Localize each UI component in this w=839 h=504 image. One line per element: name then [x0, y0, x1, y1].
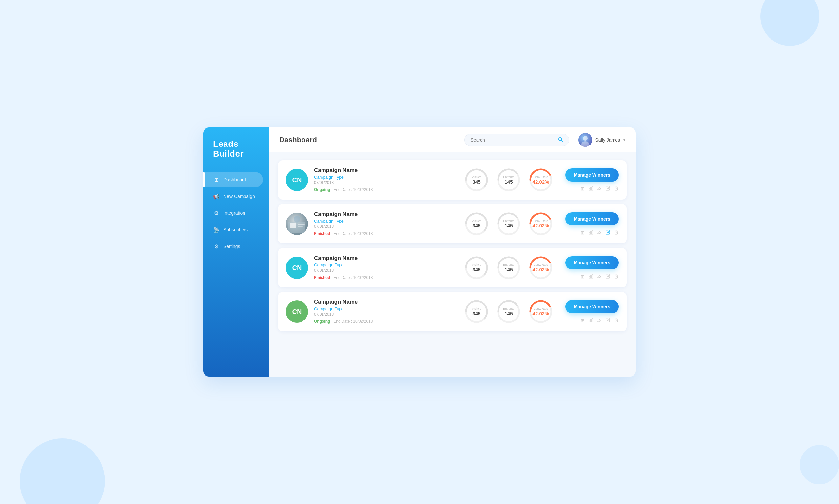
campaigns-list: CN Campaign Name Campaign Type 07/01/201…	[269, 152, 636, 377]
rss-icon[interactable]	[597, 318, 602, 323]
chart-icon[interactable]	[589, 186, 593, 192]
campaign-card: CN Campaign Name Campaign Type 07/01/201…	[278, 292, 627, 331]
visitors-value: 345	[472, 311, 480, 316]
entrants-label: Entrants	[503, 307, 514, 311]
entrants-ring: Entrants 145	[496, 167, 522, 193]
app-wrapper: Leads Builder ⊞ Dashboard 📢 New Campaign…	[203, 127, 636, 377]
edit-icon[interactable]	[606, 318, 610, 323]
campaign-actions: Manage Winners ⊞	[560, 300, 619, 323]
conv-rate-value: 42.02%	[533, 311, 549, 316]
grid-icon[interactable]: ⊞	[581, 230, 585, 235]
grid-icon[interactable]: ⊞	[581, 274, 585, 279]
campaign-status-line: Finished End Date : 10/02/2018	[314, 275, 458, 281]
chart-icon[interactable]	[589, 318, 593, 323]
entrants-value: 145	[504, 267, 513, 272]
conv-rate-value: 42.02%	[533, 179, 549, 184]
sidebar-label-new-campaign: New Campaign	[224, 194, 255, 199]
rss-icon[interactable]	[597, 274, 602, 280]
delete-icon[interactable]	[614, 230, 619, 236]
user-info[interactable]: Sally James ▾	[578, 133, 625, 147]
sidebar-item-subscribers[interactable]: 📡 Subscribers	[203, 222, 263, 238]
sidebar-item-integration[interactable]: ⚙ Integration	[203, 205, 263, 221]
action-icons: ⊞	[581, 230, 619, 236]
svg-point-21	[293, 216, 300, 222]
campaign-stats: Visitors 345 Entrants 145	[463, 255, 554, 281]
sidebar-nav: ⊞ Dashboard 📢 New Campaign ⚙ Integration…	[203, 172, 269, 254]
sidebar: Leads Builder ⊞ Dashboard 📢 New Campaign…	[203, 127, 269, 377]
status-badge: Ongoing	[314, 187, 330, 193]
sidebar-item-dashboard[interactable]: ⊞ Dashboard	[203, 172, 263, 187]
visitors-label: Visitors	[471, 263, 481, 267]
edit-icon[interactable]	[606, 186, 610, 192]
integration-icon: ⚙	[213, 210, 219, 216]
delete-icon[interactable]	[614, 318, 619, 323]
svg-rect-38	[589, 276, 590, 278]
visitors-ring: Visitors 345	[463, 211, 489, 237]
svg-rect-48	[589, 320, 590, 322]
campaign-date: 07/01/2018	[314, 312, 458, 317]
sidebar-item-settings[interactable]: ⚙ Settings	[203, 239, 263, 254]
svg-point-3	[583, 136, 588, 141]
rss-icon[interactable]	[597, 230, 602, 236]
campaign-name: Campaign Name	[314, 167, 458, 174]
svg-line-1	[561, 140, 563, 142]
manage-winners-button[interactable]: Manage Winners	[565, 256, 619, 269]
stat-visitors: Visitors 345	[463, 211, 489, 237]
edit-icon[interactable]	[606, 274, 610, 280]
campaign-status-line: Ongoing End Date : 10/02/2018	[314, 319, 458, 324]
campaign-date: 07/01/2018	[314, 268, 458, 273]
campaign-name: Campaign Name	[314, 211, 458, 218]
grid-icon[interactable]: ⊞	[581, 318, 585, 323]
manage-winners-button[interactable]: Manage Winners	[565, 300, 619, 313]
status-badge: Finished	[314, 275, 330, 281]
main-content: Dashboard	[269, 127, 636, 377]
status-badge: Finished	[314, 231, 330, 237]
grid-icon[interactable]: ⊞	[581, 186, 585, 191]
edit-icon[interactable]	[606, 230, 610, 236]
campaign-card: CN Campaign Name Campaign Type 07/01/201…	[278, 160, 627, 200]
campaign-info: Campaign Name Campaign Type 07/01/2018 O…	[314, 299, 458, 324]
sidebar-label-integration: Integration	[224, 210, 245, 216]
entrants-ring: Entrants 145	[496, 255, 522, 281]
campaign-end-date: End Date : 10/02/2018	[333, 187, 373, 192]
campaign-card: CN Campaign Name Campaign Type 07/01/201…	[278, 248, 627, 287]
action-icons: ⊞	[581, 274, 619, 280]
visitors-ring: Visitors 345	[463, 167, 489, 193]
svg-rect-13	[592, 186, 593, 191]
campaign-avatar	[286, 213, 308, 235]
chart-icon[interactable]	[589, 230, 593, 236]
new-campaign-icon: 📢	[213, 193, 219, 200]
svg-rect-50	[592, 318, 593, 322]
campaign-type: Campaign Type	[314, 263, 458, 267]
conv-rate-label: Conv. Rate	[534, 263, 548, 267]
manage-winners-button[interactable]: Manage Winners	[565, 168, 619, 182]
manage-winners-button[interactable]: Manage Winners	[565, 212, 619, 226]
search-icon	[558, 137, 563, 143]
rss-icon[interactable]	[597, 186, 602, 192]
campaign-avatar: CN	[286, 169, 308, 191]
campaign-name: Campaign Name	[314, 299, 458, 305]
conv-rate-label: Conv. Rate	[534, 175, 548, 179]
stat-visitors: Visitors 345	[463, 167, 489, 193]
conv-rate-label: Conv. Rate	[534, 219, 548, 223]
sidebar-label-settings: Settings	[224, 244, 240, 249]
svg-rect-11	[589, 188, 590, 191]
search-bar[interactable]	[464, 134, 569, 146]
delete-icon[interactable]	[614, 186, 619, 192]
header: Dashboard	[269, 127, 636, 152]
svg-point-31	[598, 233, 599, 234]
search-input[interactable]	[471, 137, 555, 143]
campaign-status-line: Ongoing End Date : 10/02/2018	[314, 187, 458, 193]
delete-icon[interactable]	[614, 274, 619, 280]
conv-rate-ring: Conv. Rate 42.02%	[528, 299, 554, 325]
sidebar-item-new-campaign[interactable]: 📢 New Campaign	[203, 189, 263, 204]
entrants-ring: Entrants 145	[496, 299, 522, 325]
campaign-end-date: End Date : 10/02/2018	[333, 319, 373, 324]
stat-visitors: Visitors 345	[463, 255, 489, 281]
svg-rect-49	[591, 319, 591, 322]
chart-icon[interactable]	[589, 274, 593, 280]
status-badge: Ongoing	[314, 319, 330, 324]
campaign-info: Campaign Name Campaign Type 07/01/2018 F…	[314, 211, 458, 237]
campaign-info: Campaign Name Campaign Type 07/01/2018 O…	[314, 167, 458, 193]
dashboard-icon: ⊞	[213, 177, 219, 183]
